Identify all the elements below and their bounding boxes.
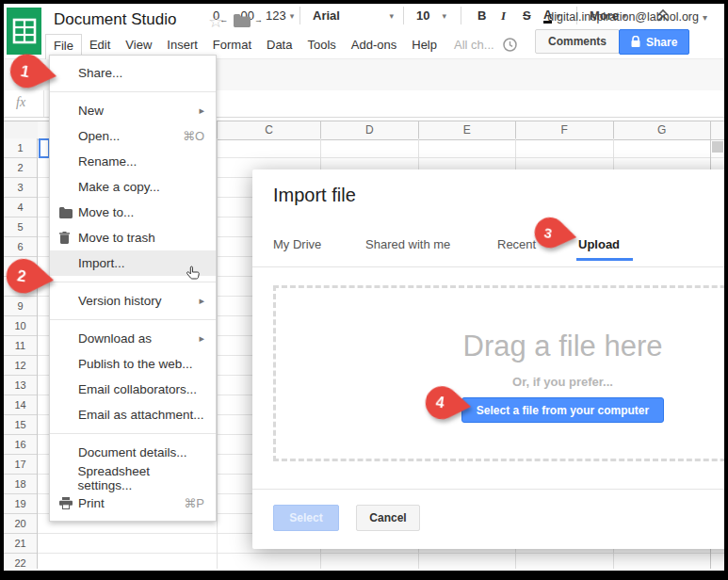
menubar-item-edit[interactable]: Edit [82,34,118,56]
select-button[interactable]: Select [273,505,339,531]
select-all-corner[interactable] [4,121,39,140]
menu-item-label: Version history [78,294,162,308]
row-headers: 12345678910111213141516171819202122 [4,138,38,569]
strikethrough-button[interactable]: S [523,0,531,31]
active-tab-underline [576,258,633,261]
select-file-button[interactable]: Select a file from your computer [461,397,664,423]
menubar-item-help[interactable]: Help [404,34,445,56]
tab-shared-with-me[interactable]: Shared with me [365,235,450,254]
dropzone-heading: Drag a file here [463,330,663,363]
move-folder-icon[interactable] [234,14,251,31]
menu-item-label: Share... [78,66,122,80]
row-header-4[interactable]: 4 [4,198,37,218]
row-header-11[interactable]: 11 [4,336,37,356]
row-header-18[interactable]: 18 [4,475,37,494]
row-header-19[interactable]: 19 [4,494,37,514]
cancel-button[interactable]: Cancel [356,505,420,531]
row-header-22[interactable]: 22 [4,554,37,569]
row-header-5[interactable]: 5 [4,218,37,237]
font-size-select[interactable]: 10▾ [416,0,446,31]
row-header-3[interactable]: 3 [4,178,37,198]
menu-separator [50,319,216,320]
menu-item-label: Open... [78,129,120,143]
column-header-e[interactable]: E [418,121,516,138]
column-header-f[interactable]: F [515,121,613,138]
dialog-footer-divider [252,489,728,490]
menu-separator [50,433,216,434]
menu-item-email-collaborators[interactable]: Email collaborators... [50,377,216,402]
star-icon[interactable]: ☆ [208,11,223,32]
chevron-down-icon: ▾ [389,11,394,21]
toolbar-divider [461,7,461,24]
menubar-item-data[interactable]: Data [259,34,299,56]
font-family-select[interactable]: Arial▾ [313,0,394,31]
menu-item-document-details[interactable]: Document details... [50,440,216,465]
document-title[interactable]: Document Studio [54,10,176,29]
row-header-16[interactable]: 16 [4,435,37,455]
dialog-divider [252,266,728,267]
number-format-button[interactable]: 123▾ [266,0,294,31]
menu-item-label: Publish to the web... [78,357,193,371]
dropzone-subtext: Or, if you prefer... [512,375,613,389]
row-header-15[interactable]: 15 [4,415,37,435]
toolbar-divider [403,7,404,24]
menu-item-spreadsheet-settings[interactable]: Spreadsheet settings... [50,465,216,491]
column-header-c[interactable]: C [217,121,320,138]
menu-item-make-a-copy[interactable]: Make a copy... [50,174,216,200]
menu-item-move-to-trash[interactable]: Move to trash [50,225,216,250]
frame-border [0,0,4,580]
step-marker-4: 4 [419,378,477,432]
menu-item-label: New [78,104,104,118]
submenu-arrow-icon: ▸ [199,295,204,307]
menu-item-new[interactable]: New▸ [50,98,216,123]
all-changes-saved-text[interactable]: All ch... [445,38,500,52]
italic-button[interactable]: I [501,0,506,31]
menubar-item-view[interactable]: View [118,34,159,56]
menubar-item-format[interactable]: Format [205,34,259,56]
row-header-2[interactable]: 2 [4,158,37,178]
menu-separator [50,91,216,92]
frame-border [724,0,728,580]
scrollbar-corner[interactable] [712,141,723,153]
chevron-down-icon: ▾ [703,12,707,23]
tab-upload[interactable]: Upload [578,235,620,254]
menu-item-download-as[interactable]: Download as▸ [50,326,216,351]
row-header-17[interactable]: 17 [4,455,37,475]
row-header-13[interactable]: 13 [4,376,37,395]
frame-border [0,0,728,4]
menu-item-label: Spreadsheet settings... [77,464,204,492]
menu-item-print[interactable]: Print⌘P [50,491,216,516]
revision-history-icon[interactable] [502,37,518,53]
column-header-d[interactable]: D [320,121,418,138]
file-dropzone[interactable]: Drag a file here Or, if you prefer... Se… [273,285,728,461]
bold-button[interactable]: B [477,0,486,31]
menu-item-move-to[interactable]: Move to... [50,200,216,225]
menu-item-publish-to-the-web[interactable]: Publish to the web... [50,351,216,377]
menu-item-version-history[interactable]: Version history▸ [50,288,216,314]
menubar-item-tools[interactable]: Tools [299,34,343,56]
menu-shortcut: ⌘P [184,496,204,510]
column-header-g[interactable]: G [613,121,711,138]
menu-item-open[interactable]: Open...⌘O [50,123,216,149]
comments-button[interactable]: Comments [535,29,620,54]
row-header-10[interactable]: 10 [4,316,37,336]
menubar-item-addons[interactable]: Add-ons [344,34,404,56]
grid-vertical-line [217,121,218,569]
row-header-21[interactable]: 21 [4,534,37,554]
row-header-1[interactable]: 1 [4,138,37,158]
menubar: FileEditViewInsertFormatDataToolsAdd-ons… [45,34,518,56]
menu-item-email-as-attachment[interactable]: Email as attachment... [50,402,216,427]
row-header-20[interactable]: 20 [4,514,37,534]
menu-item-rename[interactable]: Rename... [50,149,216,174]
import-file-dialog: Import file My DriveShared with meRecent… [252,169,728,549]
trash-icon [59,232,78,244]
row-header-14[interactable]: 14 [4,395,37,415]
menubar-item-insert[interactable]: Insert [159,34,205,56]
chevron-down-icon: ▾ [290,11,295,21]
account-email[interactable]: digital.inspiration@labnol.org▾ [547,10,707,24]
row-header-12[interactable]: 12 [4,356,37,376]
share-button[interactable]: Share [619,29,689,55]
menu-item-share[interactable]: Share... [50,60,216,86]
table-glyph [12,17,37,45]
tab-my-drive[interactable]: My Drive [273,235,321,254]
